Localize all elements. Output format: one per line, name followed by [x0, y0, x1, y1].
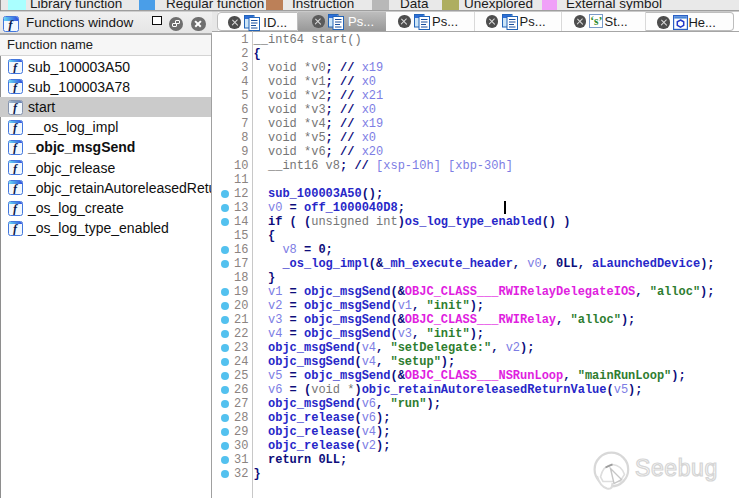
- svg-text:‘s’: ‘s’: [590, 15, 602, 27]
